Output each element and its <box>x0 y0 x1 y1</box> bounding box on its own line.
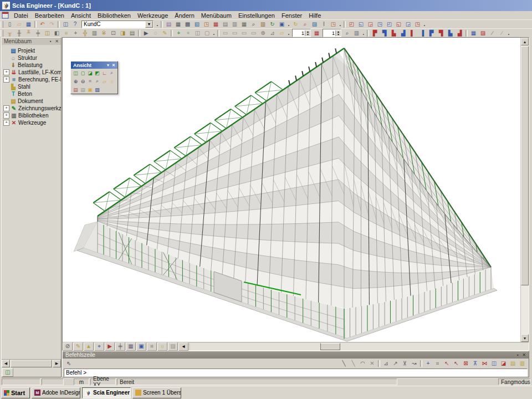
result7-icon[interactable]: ◲ <box>403 21 413 28</box>
member4-icon[interactable]: ╪ <box>33 29 43 37</box>
member2-icon[interactable]: ╫ <box>14 29 24 37</box>
viewport-canvas[interactable] <box>63 38 520 342</box>
open-icon[interactable]: ▱ <box>14 21 24 28</box>
combo-dropdown-icon[interactable]: ▼ <box>145 21 153 28</box>
view-xz-icon[interactable]: ◻ <box>79 69 86 76</box>
snap-end-icon[interactable]: ↗ <box>391 360 400 367</box>
toolbar-overflow[interactable]: . <box>155 21 160 27</box>
snap-cursor-icon[interactable]: + <box>423 360 433 367</box>
tree-expander-icon[interactable]: + <box>3 105 9 111</box>
view-xy-icon[interactable]: ◫ <box>72 69 79 76</box>
calc-icon[interactable]: ↻ <box>291 21 300 28</box>
menu-item[interactable]: Bibliotheken <box>94 12 134 19</box>
mesh-icon[interactable]: ▦ <box>211 21 221 28</box>
tree-expander-icon[interactable]: + <box>3 120 9 126</box>
export-icon[interactable]: ▧ <box>192 21 202 28</box>
cone-icon[interactable]: ▲ <box>84 342 94 351</box>
zoom-in-icon[interactable]: ⊕ <box>72 78 79 85</box>
scroll-thumb[interactable] <box>320 343 340 350</box>
pencil-icon[interactable]: ✎ <box>73 342 83 351</box>
props-icon[interactable]: ▥ <box>352 29 361 37</box>
move-icon[interactable]: ◫ <box>193 29 202 37</box>
render-icon[interactable]: ▨ <box>94 86 101 93</box>
tree-item[interactable]: +✕Werkzeuge <box>3 119 61 126</box>
slope1-icon[interactable]: ∕ <box>488 29 497 37</box>
load3-icon[interactable]: ▙ <box>389 29 398 37</box>
tree-item[interactable]: ▤Dokument <box>3 98 61 105</box>
close-icon[interactable]: ✕ <box>54 38 60 44</box>
section-icon[interactable]: ◳ <box>329 21 338 28</box>
lasso-icon[interactable]: ◌ <box>151 29 160 37</box>
load2-icon[interactable]: ▜ <box>380 29 389 37</box>
win4-icon[interactable]: ▭ <box>249 29 258 37</box>
toolbar-overflow[interactable]: . <box>507 30 511 36</box>
redmesh-icon[interactable]: ▦ <box>312 29 321 37</box>
result8-icon[interactable]: ◳ <box>413 21 422 28</box>
light2-icon[interactable]: ☼ <box>157 342 167 351</box>
window-icon[interactable]: ◫ <box>61 21 70 28</box>
toolbar-overflow[interactable]: . <box>338 21 342 27</box>
print2-icon[interactable]: ▦ <box>239 21 249 28</box>
snap-face-icon[interactable]: ◪ <box>499 360 508 367</box>
win2-icon[interactable]: ▭ <box>230 29 239 37</box>
menu-item[interactable]: Werkzeuge <box>134 12 171 19</box>
wire-icon[interactable]: ⊘ <box>63 342 73 351</box>
toolbar-grip[interactable] <box>1 21 3 28</box>
view-axo-icon[interactable]: ◩ <box>94 69 101 76</box>
scroll-left-icon[interactable]: ◀ <box>2 360 10 367</box>
print4-icon[interactable]: ▤ <box>79 86 86 93</box>
snap-off-icon[interactable]: ✕ <box>367 360 377 367</box>
snap-int-icon[interactable]: ⊼ <box>470 360 480 367</box>
taskbar-item[interactable]: Screen 1 Übersicht... <box>132 387 181 398</box>
toolbar-overflow[interactable]: . <box>287 30 291 36</box>
tree-item[interactable]: ▙Stahl <box>3 83 61 90</box>
zoom-rotate-icon[interactable]: ⌕ <box>108 69 115 76</box>
member9-icon[interactable]: ╬ <box>80 29 90 37</box>
result1-icon[interactable]: ◰ <box>347 21 356 28</box>
close-icon[interactable]: ✕ <box>111 63 116 68</box>
snap-arc-icon[interactable]: ◠ <box>358 360 367 367</box>
zoom-out-icon[interactable]: ⊖ <box>79 78 86 85</box>
add-node-icon[interactable]: + <box>174 29 183 37</box>
taskbar-item[interactable]: IdAdobe InDesign C... <box>32 387 80 398</box>
dim-icon[interactable]: ╪ <box>115 342 125 351</box>
redo-icon[interactable]: ↷ <box>47 21 57 28</box>
snap-point2-icon[interactable]: ↖ <box>452 360 461 367</box>
load9-icon[interactable]: ▙ <box>446 29 455 37</box>
snap-node-icon[interactable]: ⋈ <box>480 360 489 367</box>
toolbar-overflow[interactable]: . <box>287 21 291 27</box>
viewport-vscrollbar[interactable]: ▲ ▼ <box>520 38 529 342</box>
axes-icon[interactable]: ⌖ <box>94 342 104 351</box>
snap-mid-icon[interactable]: ⊿ <box>381 360 391 367</box>
view-axis-icon[interactable]: ∟ <box>101 69 108 76</box>
chevron-down-icon[interactable]: ▼ <box>105 63 111 68</box>
tree-expander-icon[interactable]: + <box>3 69 9 75</box>
fly-icon[interactable]: ⊿ <box>268 29 277 37</box>
member10-icon[interactable]: ▥ <box>90 29 99 37</box>
spinner-arrows-icon[interactable]: ▲▼ <box>335 30 341 36</box>
load8-icon[interactable]: ▜ <box>436 29 446 37</box>
chart-icon[interactable]: ▨ <box>310 21 319 28</box>
result5-icon[interactable]: ◰ <box>385 21 394 28</box>
layers-icon[interactable]: ▱ <box>277 29 287 37</box>
viewport-hscrollbar[interactable] <box>190 343 529 350</box>
library-icon[interactable]: ▥ <box>258 21 268 28</box>
member8-icon[interactable]: + <box>71 29 80 37</box>
sidebar-tab-icon[interactable]: ◫ <box>2 368 13 377</box>
pointer-icon[interactable]: ⇖ <box>64 360 74 367</box>
scroll-left-icon[interactable]: ◂ <box>178 342 188 351</box>
pin-icon[interactable]: ▪ <box>48 38 54 44</box>
flag-icon[interactable]: ▶ <box>105 342 115 351</box>
result3-icon[interactable]: ◲ <box>366 21 375 28</box>
tree-item[interactable]: ▤Projekt <box>3 47 61 54</box>
select-icon[interactable]: ▶ <box>141 29 151 37</box>
beam-icon[interactable]: I <box>319 21 329 28</box>
menu-item[interactable]: Einstellungen <box>235 12 278 19</box>
win1-icon[interactable]: ▭ <box>221 29 230 37</box>
toolbar-overflow[interactable]: . <box>361 30 366 36</box>
calculator-icon[interactable]: ▩ <box>183 21 192 28</box>
member1-icon[interactable]: ╥ <box>5 29 14 37</box>
load1-icon[interactable]: ▛ <box>370 29 380 37</box>
clipboard-icon[interactable]: ▤ <box>164 21 173 28</box>
new-icon[interactable]: ▯ <box>5 21 14 28</box>
